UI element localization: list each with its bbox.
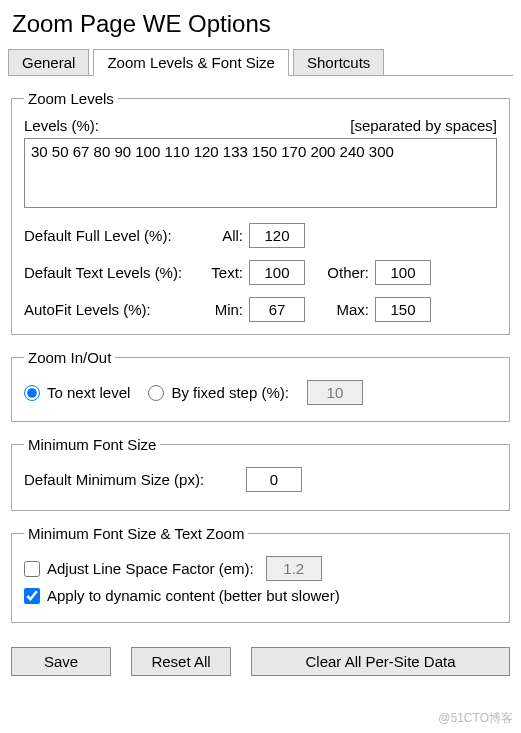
min-font-size-legend: Minimum Font Size — [24, 436, 160, 453]
by-fixed-radio[interactable] — [148, 385, 164, 401]
other-label: Other: — [311, 264, 369, 281]
levels-hint: [separated by spaces] — [350, 117, 497, 134]
adjust-line-checkbox[interactable] — [24, 561, 40, 577]
tab-zoom-levels[interactable]: Zoom Levels & Font Size — [93, 49, 289, 76]
zoom-inout-legend: Zoom In/Out — [24, 349, 115, 366]
dynamic-option[interactable]: Apply to dynamic content (better but slo… — [24, 587, 340, 604]
buttons-row: Save Reset All Clear All Per-Site Data — [11, 647, 510, 676]
levels-label: Levels (%): — [24, 117, 99, 134]
min-label: Min: — [195, 301, 243, 318]
clear-button[interactable]: Clear All Per-Site Data — [251, 647, 510, 676]
to-next-label: To next level — [47, 384, 130, 401]
min-font-text-zoom-fieldset: Minimum Font Size & Text Zoom Adjust Lin… — [11, 525, 510, 623]
by-fixed-option[interactable]: By fixed step (%): — [148, 384, 289, 401]
max-label: Max: — [311, 301, 369, 318]
min-input[interactable] — [249, 297, 305, 322]
adjust-line-input — [266, 556, 322, 581]
reset-button[interactable]: Reset All — [131, 647, 231, 676]
tabs: General Zoom Levels & Font Size Shortcut… — [8, 48, 513, 76]
all-label: All: — [195, 227, 243, 244]
min-font-size-fieldset: Minimum Font Size Default Minimum Size (… — [11, 436, 510, 511]
to-next-option[interactable]: To next level — [24, 384, 130, 401]
save-button[interactable]: Save — [11, 647, 111, 676]
min-font-text-zoom-legend: Minimum Font Size & Text Zoom — [24, 525, 248, 542]
other-input[interactable] — [375, 260, 431, 285]
autofit-label: AutoFit Levels (%): — [24, 301, 189, 318]
default-full-label: Default Full Level (%): — [24, 227, 189, 244]
dynamic-label: Apply to dynamic content (better but slo… — [47, 587, 340, 604]
zoom-levels-legend: Zoom Levels — [24, 90, 118, 107]
default-text-label: Default Text Levels (%): — [24, 264, 189, 281]
text-label: Text: — [195, 264, 243, 281]
dynamic-checkbox[interactable] — [24, 588, 40, 604]
text-input[interactable] — [249, 260, 305, 285]
zoom-levels-fieldset: Zoom Levels Levels (%): [separated by sp… — [11, 90, 510, 335]
all-input[interactable] — [249, 223, 305, 248]
adjust-line-option[interactable]: Adjust Line Space Factor (em): — [24, 560, 254, 577]
levels-input[interactable]: 30 50 67 80 90 100 110 120 133 150 170 2… — [24, 138, 497, 208]
adjust-line-label: Adjust Line Space Factor (em): — [47, 560, 254, 577]
by-fixed-input — [307, 380, 363, 405]
by-fixed-label: By fixed step (%): — [171, 384, 289, 401]
page-title: Zoom Page WE Options — [12, 10, 513, 38]
tab-general[interactable]: General — [8, 49, 89, 76]
default-min-input[interactable] — [246, 467, 302, 492]
zoom-inout-fieldset: Zoom In/Out To next level By fixed step … — [11, 349, 510, 422]
max-input[interactable] — [375, 297, 431, 322]
default-min-label: Default Minimum Size (px): — [24, 471, 234, 488]
tab-shortcuts[interactable]: Shortcuts — [293, 49, 384, 76]
to-next-radio[interactable] — [24, 385, 40, 401]
